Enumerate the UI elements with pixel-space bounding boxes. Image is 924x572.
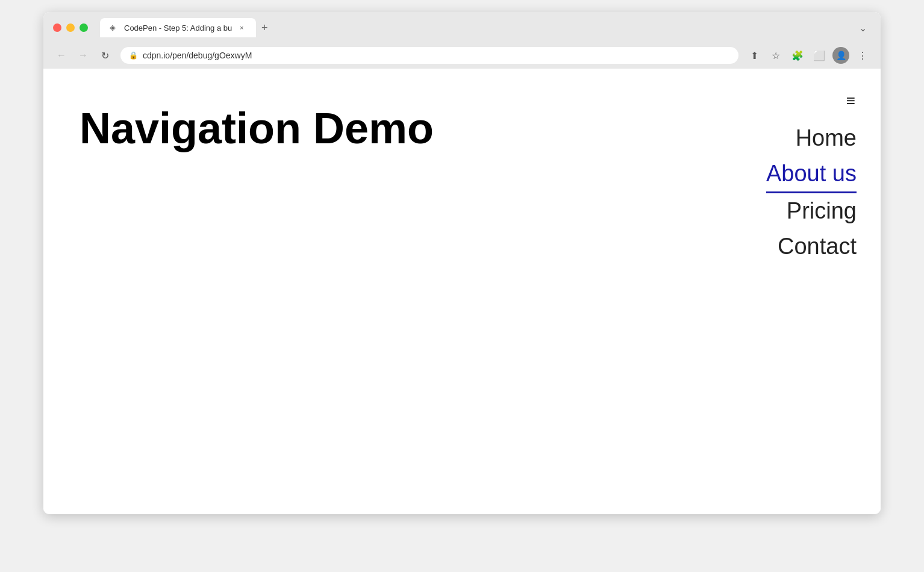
maximize-traffic-light[interactable]: [80, 23, 88, 32]
nav-item-pricing[interactable]: Pricing: [787, 193, 857, 229]
nav-buttons: ← → ↻: [53, 47, 113, 64]
refresh-button[interactable]: ↻: [96, 47, 113, 64]
tab-title: CodePen - Step 5: Adding a bu: [124, 23, 232, 33]
profile-button[interactable]: 👤: [832, 47, 849, 64]
tab-expand-button[interactable]: ⌄: [854, 19, 871, 36]
tab-favicon: ◈: [110, 23, 119, 33]
nav-menu: ≡ Home About us Pricing Contact: [766, 93, 857, 264]
lock-icon: 🔒: [129, 51, 138, 60]
nav-item-about[interactable]: About us: [766, 156, 857, 193]
hamburger-icon[interactable]: ≡: [846, 93, 857, 108]
active-tab[interactable]: ◈ CodePen - Step 5: Adding a bu ×: [100, 18, 256, 37]
tabs-row: ◈ CodePen - Step 5: Adding a bu × + ⌄: [100, 18, 871, 37]
title-bar: ◈ CodePen - Step 5: Adding a bu × + ⌄: [43, 12, 881, 42]
nav-item-home[interactable]: Home: [796, 120, 857, 156]
traffic-lights: [53, 23, 88, 32]
address-bar: ← → ↻ 🔒 cdpn.io/pen/debug/gOexwyM ⬆ ☆ 🧩 …: [43, 42, 881, 69]
close-traffic-light[interactable]: [53, 23, 61, 32]
bookmark-button[interactable]: ☆: [767, 47, 784, 64]
extensions-button[interactable]: 🧩: [789, 47, 806, 64]
more-button[interactable]: ⋮: [854, 47, 871, 64]
new-tab-button[interactable]: +: [256, 19, 273, 36]
profile-icon: 👤: [836, 51, 846, 60]
nav-items: Home About us Pricing Contact: [766, 120, 857, 264]
back-button[interactable]: ←: [53, 47, 70, 64]
page-content: Navigation Demo ≡ Home About us Pricing …: [43, 69, 881, 514]
forward-button[interactable]: →: [75, 47, 92, 64]
title-bar-top: ◈ CodePen - Step 5: Adding a bu × + ⌄: [53, 18, 871, 42]
browser-window: ◈ CodePen - Step 5: Adding a bu × + ⌄ ← …: [43, 12, 881, 514]
address-actions: ⬆ ☆ 🧩 ⬜ 👤 ⋮: [746, 47, 871, 64]
url-text: cdpn.io/pen/debug/gOexwyM: [143, 51, 730, 60]
minimize-traffic-light[interactable]: [66, 23, 75, 32]
share-button[interactable]: ⬆: [746, 47, 763, 64]
split-button[interactable]: ⬜: [811, 47, 828, 64]
nav-item-contact[interactable]: Contact: [778, 229, 857, 264]
address-field[interactable]: 🔒 cdpn.io/pen/debug/gOexwyM: [120, 47, 738, 64]
tab-close-button[interactable]: ×: [237, 23, 246, 33]
page-title: Navigation Demo: [80, 105, 844, 152]
